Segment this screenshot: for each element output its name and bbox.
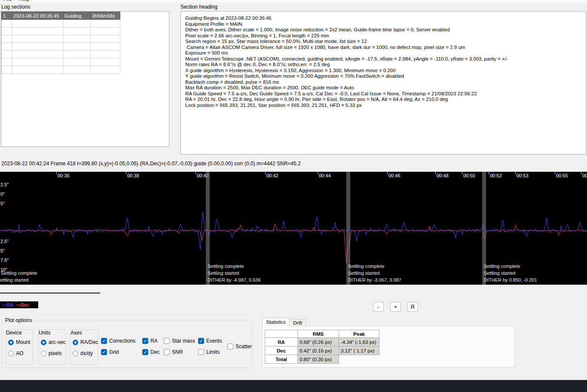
log-section-cell[interactable]: Guiding (63, 12, 91, 20)
plot-options-label: Plot options (4, 317, 34, 323)
x-tick-label: 00:5 (582, 173, 587, 178)
log-section-empty-row[interactable] (2, 20, 120, 27)
menu-help[interactable]: Help (19, 0, 30, 2)
section-heading-line: Equipment Profile = MAIN (185, 21, 581, 27)
checkbox-grid[interactable]: ✓Grid (101, 349, 119, 355)
radio-button[interactable] (41, 340, 46, 345)
radio-axes-dx-dy[interactable]: dx/dy (73, 350, 93, 356)
stats-header: Peak (339, 330, 379, 338)
y-tick-label: 7.5" (0, 258, 9, 263)
log-section-row[interactable]: 12023-08-22 00:35:45Guiding3h56m58s (2, 12, 120, 20)
units-group: Units arc-secpixels (38, 329, 66, 365)
section-heading-line: Max RA duration = 2500, Max DEC duration… (185, 85, 581, 91)
checkbox-ra[interactable]: ✓RA (142, 337, 158, 344)
log-section-empty-cell (63, 51, 91, 58)
log-section-empty-row[interactable] (2, 51, 120, 58)
radio-button[interactable] (8, 351, 14, 356)
log-section-empty-cell (2, 51, 12, 58)
menu-file[interactable]: File (3, 0, 12, 2)
log-section-empty-cell (2, 66, 12, 74)
checkbox-box[interactable]: ✓ (142, 338, 148, 344)
radio-button[interactable] (73, 351, 78, 356)
section-heading-line: Y guide algorithm = Resist Switch, Minim… (185, 73, 581, 79)
x-tick-mark (318, 172, 318, 174)
legend-dec: —Dec (16, 302, 29, 307)
checkbox-box[interactable] (198, 349, 204, 355)
y-tick-label: 2.5" (0, 182, 9, 187)
phd2-log-viewer-window: File Help Log sections 12023-08-22 00:35… (0, 0, 587, 392)
checkbox-corrections[interactable]: ✓Corrections (101, 337, 135, 344)
zoom-out-button[interactable]: - (373, 302, 384, 312)
stats-row: RA0.68" (0.26 px)-4.34" (-1.63 px) (265, 338, 379, 346)
log-section-cell[interactable]: 1 (2, 12, 12, 20)
checkbox-scatter[interactable]: Scatter (227, 343, 252, 349)
section-heading-label: Section heading (180, 4, 217, 10)
checkbox-box[interactable]: ✓ (198, 338, 204, 344)
h-scrollbar[interactable] (0, 292, 100, 294)
radio-label: pixels (49, 350, 62, 356)
radio-button[interactable] (73, 340, 78, 345)
event-annotation: Settling complete (348, 264, 384, 269)
section-heading-line: Camera = Altair ASCOM Camera Driver, ful… (185, 45, 581, 51)
log-section-empty-cell (91, 27, 120, 35)
event-annotation: Settling complete (484, 264, 520, 269)
graph-legend: —RA—Dec (0, 301, 38, 308)
statistics-panel: RMSPeakRA0.68" (0.26 px)-4.34" (-1.63 px… (262, 326, 515, 368)
x-tick-mark (555, 172, 555, 174)
log-section-empty-cell (12, 20, 63, 27)
radio-device-ao[interactable]: AO (8, 350, 23, 356)
checkbox-snr[interactable]: SNR (164, 349, 183, 355)
checkbox-label: Star mass (172, 338, 195, 344)
radio-axes-ra-dec[interactable]: RA/Dec (73, 339, 98, 345)
log-section-empty-cell (91, 66, 120, 74)
log-section-empty-cell (63, 20, 91, 27)
radio-button[interactable] (41, 351, 46, 356)
log-sections-panel[interactable]: 12023-08-22 00:35:45Guiding3h56m58s (1, 11, 169, 147)
log-section-cell[interactable]: 3h56m58s (91, 12, 120, 20)
x-tick-label: 00:53 (517, 173, 529, 178)
checkbox-box[interactable] (164, 349, 170, 355)
log-sections-table[interactable]: 12023-08-22 00:35:45Guiding3h56m58s (1, 12, 120, 74)
tab-statistics[interactable]: Statistics (262, 318, 290, 326)
checkbox-limits[interactable]: Limits (198, 349, 220, 355)
log-section-empty-cell (12, 35, 63, 43)
x-tick-mark (515, 172, 516, 174)
log-section-cell[interactable]: 2023-08-22 00:35:45 (12, 12, 63, 20)
checkbox-star-mass[interactable]: Star mass (164, 337, 195, 344)
checkbox-events[interactable]: ✓Events (198, 337, 222, 344)
guide-graph[interactable]: 00:3600:3800:4000:4200:4400:4600:4800:50… (0, 172, 587, 285)
log-section-empty-cell (12, 66, 63, 74)
radio-device-mount[interactable]: Mount (8, 339, 30, 345)
section-heading-line: RA Guide Speed = 7.5 a-s/s, Dec Guide Sp… (185, 91, 581, 97)
checkbox-dec[interactable]: ✓Dec (142, 349, 159, 355)
log-section-empty-cell (91, 51, 120, 58)
reset-zoom-button[interactable]: R (407, 302, 418, 312)
event-annotation: Settling started (208, 270, 239, 276)
x-tick-mark (56, 172, 57, 174)
radio-units-pixels[interactable]: pixels (41, 350, 62, 356)
checkbox-box[interactable]: ✓ (101, 349, 107, 355)
event-annotation: DITHER by 0.850, -0.201 (484, 277, 537, 283)
checkbox-box[interactable]: ✓ (142, 349, 148, 355)
log-section-empty-row[interactable] (2, 66, 120, 74)
section-heading-line: RA = 20.01 hr, Dec = 22.8 deg, Hour angl… (185, 97, 581, 103)
log-section-empty-cell (63, 66, 91, 74)
radio-units-arc-sec[interactable]: arc-sec (41, 339, 65, 345)
tab-drift[interactable]: Drift (289, 319, 306, 326)
checkbox-box[interactable] (227, 343, 233, 349)
checkbox-box[interactable]: ✓ (101, 338, 107, 344)
x-tick-label: 00:48 (437, 173, 449, 178)
log-section-empty-row[interactable] (2, 58, 120, 66)
log-section-empty-row[interactable] (2, 35, 120, 43)
radio-button[interactable] (8, 340, 14, 345)
log-section-empty-row[interactable] (2, 43, 120, 51)
stats-cell: -4.34" (-1.63 px) (339, 338, 379, 346)
log-section-empty-row[interactable] (2, 27, 120, 35)
event-annotation: DITHER by -4.987, 0.636 (208, 277, 261, 283)
stats-cell: 0.42" (0.16 px) (298, 346, 339, 355)
x-tick-mark (462, 172, 462, 174)
zoom-in-button[interactable]: + (390, 302, 401, 312)
y-tick-label: 5" (0, 201, 5, 206)
stats-cell: 0.80" (0.30 px) (298, 355, 339, 364)
checkbox-box[interactable] (164, 338, 170, 344)
